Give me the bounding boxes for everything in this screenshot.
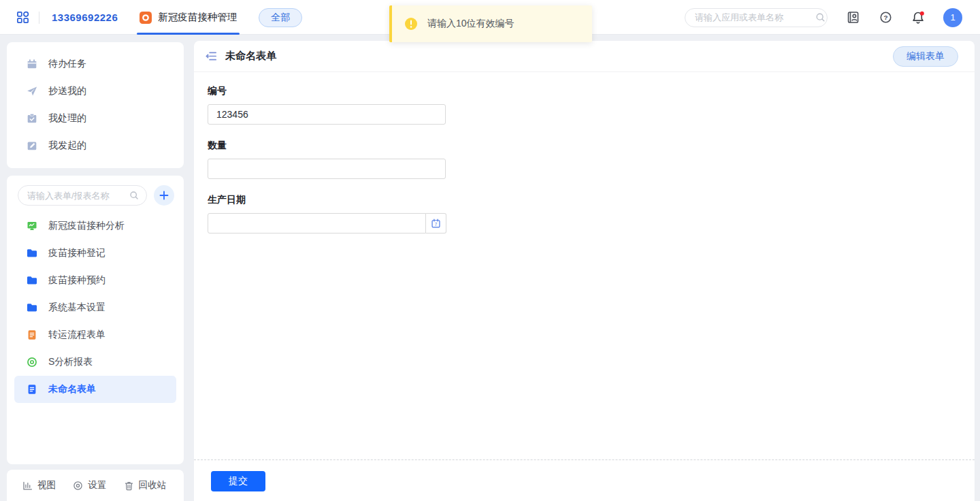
field-production-date: 生产日期 7 bbox=[208, 194, 975, 233]
notification-bell-icon[interactable] bbox=[911, 10, 926, 25]
form-search-input[interactable] bbox=[27, 191, 129, 201]
field-number: 编号 bbox=[208, 85, 975, 125]
form-doc-icon bbox=[26, 383, 38, 395]
field-label: 编号 bbox=[208, 85, 975, 97]
sidebar-item-label: 系统基本设置 bbox=[48, 302, 105, 314]
number-input[interactable] bbox=[208, 104, 446, 125]
sidebar-footer-bar: 视图 设置 回收站 bbox=[7, 470, 184, 501]
sidebar-item-label: 疫苗接种预约 bbox=[48, 274, 105, 287]
sidebar-item-initiated-by-me[interactable]: 我发起的 bbox=[7, 132, 184, 159]
form-detail-panel: 未命名表单 编辑表单 编号 数量 生产日期 7 提交 bbox=[194, 41, 975, 501]
form-search-box[interactable] bbox=[18, 185, 147, 206]
global-search-input[interactable] bbox=[695, 12, 815, 22]
plus-icon bbox=[159, 191, 169, 200]
footer-item-label: 回收站 bbox=[139, 479, 167, 491]
sidebar-item-transfer-flow-form[interactable]: 转运流程表单 bbox=[14, 321, 176, 349]
folder-icon bbox=[26, 274, 38, 287]
sidebar-item-label: 新冠疫苗接种分析 bbox=[48, 220, 125, 232]
topbar-divider bbox=[39, 12, 39, 24]
quantity-input[interactable] bbox=[208, 159, 446, 179]
sidebar-item-vaccine-register-folder[interactable]: 疫苗接种登记 bbox=[14, 240, 176, 267]
contacts-icon[interactable] bbox=[845, 10, 860, 25]
search-icon bbox=[129, 190, 140, 201]
bar-chart-icon bbox=[22, 480, 33, 491]
sidebar-item-vaccine-analysis[interactable]: 新冠疫苗接种分析 bbox=[14, 212, 176, 240]
paper-plane-icon bbox=[26, 85, 38, 97]
svg-text:7: 7 bbox=[435, 222, 438, 227]
sidebar-item-label: 待办任务 bbox=[48, 58, 86, 70]
app-grid-icon[interactable] bbox=[16, 11, 29, 24]
svg-text:?: ? bbox=[883, 14, 887, 21]
add-form-button[interactable] bbox=[154, 185, 174, 206]
search-icon bbox=[815, 12, 826, 23]
sidebar-item-unnamed-form[interactable]: 未命名表单 bbox=[14, 376, 176, 403]
sidebar-item-handled-by-me[interactable]: 我处理的 bbox=[7, 105, 184, 132]
folder-icon bbox=[26, 302, 38, 314]
toast-accent-bar bbox=[389, 5, 392, 42]
calendar-check-icon bbox=[26, 58, 38, 70]
toast-message: 请输入10位有效编号 bbox=[427, 18, 514, 30]
form-header: 未命名表单 编辑表单 bbox=[194, 41, 975, 72]
settings-icon bbox=[72, 480, 84, 491]
sidebar-item-label: 疫苗接种登记 bbox=[48, 247, 105, 259]
footer-item-label: 视图 bbox=[37, 479, 56, 491]
sidebar-item-todo-tasks[interactable]: 待办任务 bbox=[7, 50, 184, 78]
sidebar-item-s-analysis-report[interactable]: S分析报表 bbox=[14, 349, 176, 376]
sidebar-item-label: 抄送我的 bbox=[48, 85, 86, 97]
help-icon[interactable]: ? bbox=[878, 10, 893, 25]
form-footer-divider bbox=[194, 459, 975, 460]
production-date-input[interactable] bbox=[208, 213, 426, 233]
sidebar-item-label: 未命名表单 bbox=[48, 383, 96, 395]
form-body: 编号 数量 生产日期 7 bbox=[194, 72, 975, 233]
dashboard-icon bbox=[26, 220, 38, 232]
clipboard-check-icon bbox=[26, 112, 38, 125]
all-apps-pill-button[interactable]: 全部 bbox=[259, 8, 302, 27]
field-quantity: 数量 bbox=[208, 140, 975, 179]
submit-button[interactable]: 提交 bbox=[211, 471, 265, 491]
collapse-menu-icon[interactable] bbox=[203, 49, 218, 64]
footer-item-label: 设置 bbox=[88, 479, 106, 491]
sidebar-item-label: S分析报表 bbox=[48, 356, 93, 368]
calendar-icon: 7 bbox=[430, 218, 442, 229]
active-tab-underline bbox=[137, 33, 240, 35]
field-label: 生产日期 bbox=[208, 194, 975, 206]
sidebar-item-system-settings-folder[interactable]: 系统基本设置 bbox=[14, 294, 176, 321]
tab-vaccine-app[interactable]: 新冠疫苗接种管理 bbox=[137, 0, 240, 35]
edit-form-button[interactable]: 编辑表单 bbox=[893, 46, 958, 67]
sidebar-forms-panel: 新冠疫苗接种分析 疫苗接种登记 疫苗接种预约 系统基本设置 转运流程表单 bbox=[7, 176, 184, 464]
sidebar-tasks-panel: 待办任务 抄送我的 我处理的 我发起的 bbox=[7, 42, 184, 168]
trash-icon bbox=[123, 480, 135, 491]
target-icon bbox=[26, 356, 38, 368]
workspace-phone-number[interactable]: 13369692226 bbox=[52, 12, 118, 23]
page-title: 未命名表单 bbox=[225, 50, 893, 63]
sidebar-item-label: 转运流程表单 bbox=[48, 329, 105, 341]
sidebar-item-label: 我发起的 bbox=[48, 140, 86, 152]
folder-icon bbox=[26, 247, 38, 259]
sidebar-item-vaccine-booking-folder[interactable]: 疫苗接种预约 bbox=[14, 267, 176, 294]
app-tab-label: 新冠疫苗接种管理 bbox=[158, 11, 237, 24]
sidebar-item-label: 我处理的 bbox=[48, 112, 86, 125]
app-logo-icon bbox=[140, 12, 152, 24]
global-search-box[interactable] bbox=[685, 8, 828, 27]
sidebar-item-cc-to-me[interactable]: 抄送我的 bbox=[7, 78, 184, 105]
user-avatar[interactable]: 1 bbox=[943, 8, 962, 27]
date-picker-button[interactable]: 7 bbox=[426, 213, 446, 233]
warning-icon bbox=[404, 17, 418, 31]
settings-button[interactable]: 设置 bbox=[72, 479, 106, 491]
form-doc-icon bbox=[26, 329, 38, 341]
warning-toast: 请输入10位有效编号 bbox=[389, 5, 592, 42]
field-label: 数量 bbox=[208, 140, 975, 152]
edit-note-icon bbox=[26, 140, 38, 152]
views-button[interactable]: 视图 bbox=[22, 479, 56, 491]
recycle-bin-button[interactable]: 回收站 bbox=[123, 479, 167, 491]
